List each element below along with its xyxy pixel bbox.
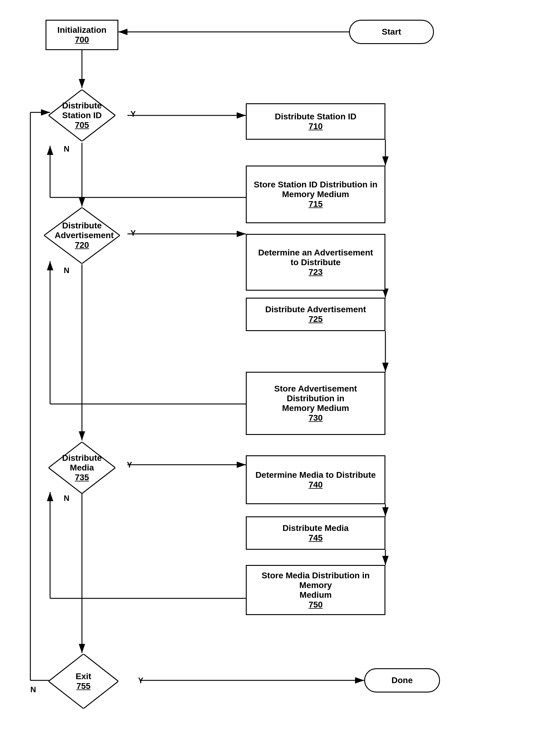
distribute-station-label: Distribute Station ID	[275, 112, 356, 121]
exit-id: 755	[59, 681, 108, 691]
dist-media-y-label: Y	[127, 460, 132, 469]
dist-media-id: 735	[58, 472, 106, 482]
distribute-media-box: Distribute Media 745	[246, 516, 385, 550]
dist-media-label: DistributeMedia	[58, 453, 106, 472]
init-id: 700	[75, 35, 89, 45]
exit-diamond: Exit 755	[47, 653, 120, 709]
dist-station-id: 705	[58, 120, 106, 130]
done-terminal: Done	[364, 668, 440, 692]
distribute-ad-box: Distribute Advertisement 725	[246, 298, 385, 331]
determine-ad-id: 723	[309, 267, 323, 277]
distribute-media-label: Distribute Media	[283, 523, 349, 533]
dist-ad-diamond: DistributeAdvertisement 720	[42, 207, 121, 264]
determine-ad-label: Determine an Advertisementto Distribute	[258, 248, 373, 267]
store-ad-label: Store Advertisement Distribution inMemor…	[250, 384, 382, 413]
distribute-station-box: Distribute Station ID 710	[246, 103, 385, 140]
store-station-id: 715	[309, 199, 323, 209]
dist-ad-y-label: Y	[131, 228, 136, 238]
store-media-id: 750	[309, 600, 323, 610]
init-box: Initialization 700	[45, 20, 118, 50]
dist-station-y-label: Y	[131, 109, 136, 119]
distribute-media-id: 745	[309, 533, 323, 543]
distribute-ad-label: Distribute Advertisement	[265, 305, 366, 314]
determine-media-label: Determine Media to Distribute	[256, 470, 376, 480]
store-media-box: Store Media Distribution in MemoryMedium…	[246, 565, 385, 615]
dist-ad-label: DistributeAdvertisement	[54, 221, 109, 240]
flowchart: Start Initialization 700 DistributeStati…	[0, 0, 552, 756]
store-media-label: Store Media Distribution in MemoryMedium	[250, 571, 382, 600]
start-label: Start	[382, 27, 401, 37]
start-terminal: Start	[349, 20, 434, 44]
dist-station-label: DistributeStation ID	[58, 101, 106, 120]
exit-n-label: N	[30, 685, 36, 694]
store-station-box: Store Station ID Distribution in Memory …	[246, 166, 385, 223]
dist-media-n-label: N	[64, 494, 70, 503]
dist-station-n-label: N	[64, 144, 70, 154]
exit-y-label: Y	[138, 676, 143, 685]
exit-label: Exit	[59, 671, 108, 681]
store-ad-id: 730	[309, 413, 323, 423]
distribute-ad-id: 725	[309, 314, 323, 324]
distribute-station-id: 710	[309, 121, 323, 131]
dist-station-diamond: DistributeStation ID 705	[47, 88, 117, 143]
done-label: Done	[392, 675, 413, 685]
determine-media-id: 740	[309, 480, 323, 490]
determine-ad-box: Determine an Advertisementto Distribute …	[246, 234, 385, 291]
init-label: Initialization	[57, 25, 107, 35]
determine-media-box: Determine Media to Distribute 740	[246, 455, 385, 504]
dist-ad-id: 720	[54, 240, 109, 250]
store-ad-box: Store Advertisement Distribution inMemor…	[246, 372, 385, 435]
dist-media-diamond: DistributeMedia 735	[47, 440, 117, 495]
store-station-label: Store Station ID Distribution in Memory …	[250, 180, 382, 199]
dist-ad-n-label: N	[64, 266, 70, 275]
